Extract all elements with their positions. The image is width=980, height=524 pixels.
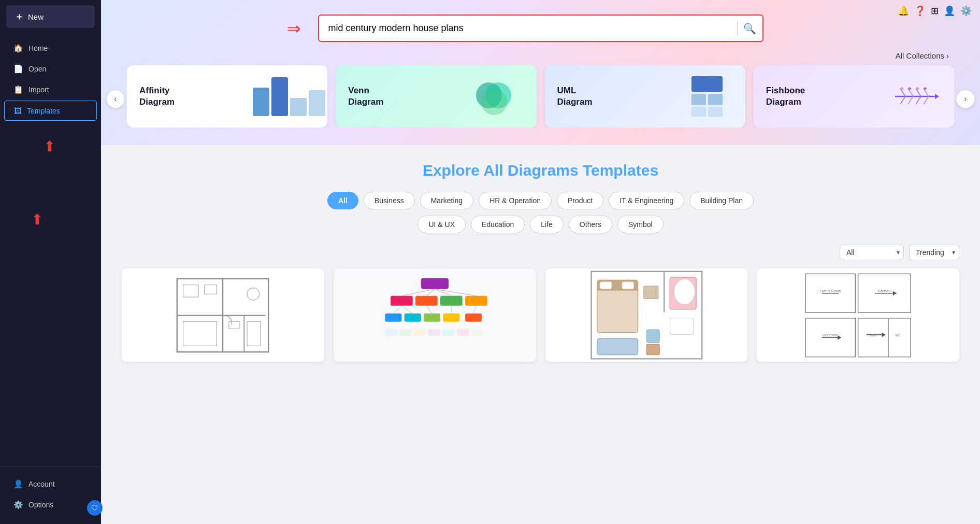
svg-rect-46 <box>414 329 426 336</box>
svg-text:WC: WC <box>895 333 901 337</box>
sidebar-home-label: Home <box>28 44 48 52</box>
carousel-prev-button[interactable]: ‹ <box>106 90 125 108</box>
settings-icon[interactable]: ⚙️ <box>960 5 972 17</box>
new-button[interactable]: ＋ New <box>6 5 95 28</box>
search-divider <box>737 21 738 36</box>
svg-line-43 <box>473 306 476 314</box>
all-collections-link[interactable]: All Collections › <box>896 51 949 60</box>
shield-badge: 🛡 <box>87 500 103 516</box>
uml-label: UMLDiagram <box>557 85 593 108</box>
notification-icon[interactable]: 🔔 <box>898 5 909 17</box>
svg-point-21 <box>247 288 260 300</box>
sidebar-options-label: Options <box>28 501 53 509</box>
svg-line-9 <box>924 96 929 104</box>
sidebar-item-options[interactable]: ⚙️ Options <box>4 495 97 515</box>
grid-icon[interactable]: ⊞ <box>931 5 939 17</box>
sidebar-import-label: Import <box>28 86 49 94</box>
svg-rect-55 <box>600 282 612 289</box>
import-icon: 📋 <box>13 85 23 94</box>
filter-hr[interactable]: HR & Operation <box>479 192 552 209</box>
templates-icon: 🖼 <box>14 106 22 115</box>
svg-line-4 <box>916 89 921 96</box>
venn-image <box>472 76 524 117</box>
template-thumb-2-inner <box>334 268 536 362</box>
svg-rect-67 <box>858 318 911 357</box>
svg-line-8 <box>916 96 921 104</box>
sort-order-select[interactable]: Trending Newest Popular <box>909 245 959 260</box>
filter-life[interactable]: Life <box>530 216 564 233</box>
filter-symbol[interactable]: Symbol <box>617 216 664 233</box>
svg-rect-28 <box>440 296 463 306</box>
sidebar-item-account[interactable]: 👤 Account <box>4 474 97 494</box>
template-thumb-3-inner <box>545 268 748 362</box>
svg-line-30 <box>401 289 435 296</box>
filter-uiux[interactable]: UI & UX <box>417 216 466 233</box>
template-card-affinity[interactable]: AffinityDiagram <box>127 65 327 128</box>
open-icon: 📄 <box>13 64 23 74</box>
all-collections-label: All Collections <box>896 51 944 60</box>
carousel-next-button[interactable]: › <box>956 90 975 108</box>
template-grid: Living Room Kitchen Bedroom Bath WC <box>122 268 959 362</box>
template-thumb-2[interactable] <box>334 268 536 362</box>
svg-line-5 <box>924 89 929 96</box>
help-icon[interactable]: ❓ <box>914 5 926 17</box>
svg-rect-36 <box>424 314 440 322</box>
svg-marker-13 <box>923 87 927 90</box>
template-thumb-1[interactable] <box>122 268 324 362</box>
svg-rect-44 <box>385 329 397 336</box>
svg-rect-23 <box>247 321 261 346</box>
search-button[interactable]: 🔍 <box>743 22 756 35</box>
svg-marker-11 <box>907 87 912 90</box>
template-card-venn[interactable]: VennDiagram <box>336 65 536 128</box>
template-card-fishbone[interactable]: FishboneDiagram <box>754 65 954 128</box>
top-bar: 🔔 ❓ ⊞ 👤 ⚙️ <box>898 5 972 17</box>
filter-others[interactable]: Others <box>569 216 612 233</box>
explore-title-plain: Explore <box>423 162 483 179</box>
sidebar-item-home[interactable]: 🏠 Home <box>4 38 97 58</box>
uml-image <box>681 76 733 117</box>
search-arrow: ⇒ <box>287 19 301 38</box>
svg-rect-26 <box>391 296 413 306</box>
filter-education[interactable]: Education <box>471 216 525 233</box>
svg-rect-38 <box>465 314 482 322</box>
template-cards-scroll: AffinityDiagram VennDiagram <box>127 65 954 128</box>
svg-rect-56 <box>622 282 634 289</box>
sort-all-select[interactable]: All Business Building Plan <box>840 245 904 260</box>
explore-title-highlight: All Diagrams Templates <box>483 162 658 179</box>
template-thumb-1-inner <box>122 268 324 362</box>
search-input[interactable] <box>318 15 763 42</box>
filter-marketing[interactable]: Marketing <box>420 192 473 209</box>
filter-product[interactable]: Product <box>557 192 603 209</box>
svg-rect-48 <box>442 329 454 336</box>
sidebar-item-templates[interactable]: 🖼 Templates <box>4 101 97 121</box>
filter-building[interactable]: Building Plan <box>689 192 754 209</box>
plus-icon: ＋ <box>15 10 24 23</box>
user-icon[interactable]: 👤 <box>944 5 955 17</box>
sidebar-open-label: Open <box>28 65 46 73</box>
svg-rect-47 <box>428 329 440 336</box>
svg-rect-29 <box>465 296 487 306</box>
template-thumb-4-inner: Living Room Kitchen Bedroom Bath WC <box>757 268 959 362</box>
template-thumb-3[interactable] <box>545 268 748 362</box>
sidebar-item-import[interactable]: 📋 Import <box>4 80 97 100</box>
sidebar-item-open[interactable]: 📄 Open <box>4 59 97 79</box>
svg-rect-35 <box>404 314 421 322</box>
svg-point-59 <box>674 279 695 305</box>
template-thumb-4[interactable]: Living Room Kitchen Bedroom Bath WC <box>757 268 959 362</box>
template-card-uml[interactable]: UMLDiagram <box>545 65 745 128</box>
svg-rect-61 <box>646 330 659 343</box>
svg-marker-10 <box>900 87 904 90</box>
sort-row: All Business Building Plan Trending Newe… <box>122 239 959 268</box>
svg-text:Kitchen: Kitchen <box>877 288 890 293</box>
svg-rect-27 <box>415 296 438 306</box>
svg-marker-71 <box>893 291 897 295</box>
svg-rect-62 <box>597 338 638 355</box>
svg-text:Bedroom: Bedroom <box>823 333 838 337</box>
svg-rect-50 <box>471 329 483 336</box>
filter-business[interactable]: Business <box>364 192 415 209</box>
filter-it[interactable]: IT & Engineering <box>609 192 684 209</box>
svg-rect-37 <box>443 314 459 322</box>
svg-rect-24 <box>183 321 217 346</box>
svg-rect-20 <box>205 285 217 294</box>
filter-all[interactable]: All <box>327 192 358 209</box>
